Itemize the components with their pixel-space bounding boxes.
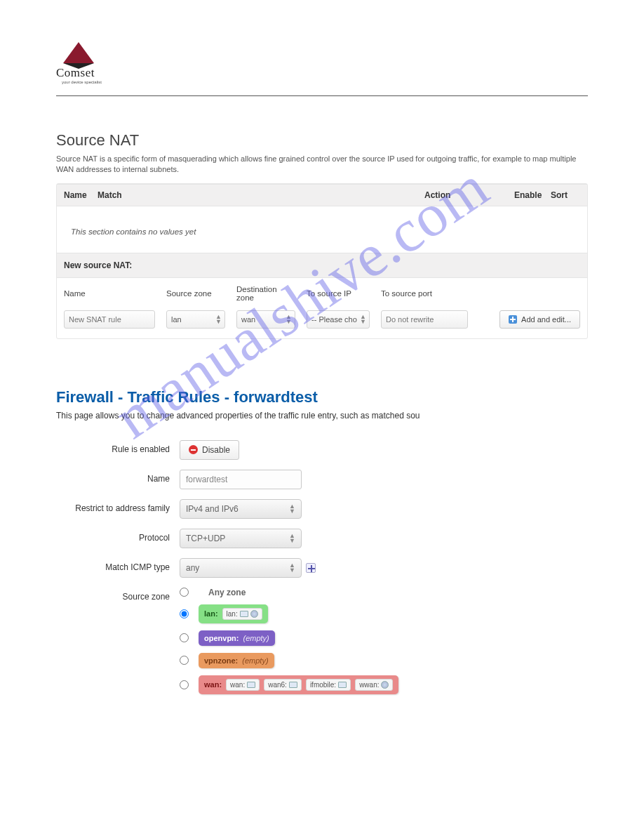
source-zone-list: Any zone lan: lan: — [180, 588, 398, 694]
firewall-rule-desc: This page allows you to change advanced … — [56, 411, 588, 421]
th-match: Match — [98, 190, 424, 200]
protocol-select[interactable]: TCP+UDP ▲▼ — [180, 529, 302, 548]
label-source-zone: Source zone — [166, 289, 225, 298]
new-snat-labels: Name Source zone Destination zone To sou… — [57, 278, 587, 306]
page-container: manualshive.com Comset your device speci… — [0, 0, 644, 834]
address-family-select[interactable]: IPv4 and IPv6 ▲▼ — [180, 499, 302, 519]
label-to-source-port: To source port — [381, 289, 468, 298]
add-icmp-icon[interactable] — [306, 563, 316, 573]
protocol-value: TCP+UDP — [186, 534, 225, 543]
th-name: Name — [64, 190, 98, 200]
zone-wan-label: wan: — [204, 680, 222, 689]
snat-name-input[interactable] — [64, 310, 155, 329]
iface-ifmobile: ifmobile: — [306, 679, 351, 691]
zone-radio-wan[interactable] — [180, 680, 189, 689]
snat-to-port-input[interactable] — [381, 310, 468, 329]
disable-button[interactable]: Disable — [180, 440, 239, 460]
iface-wan6: wan6: — [264, 679, 302, 691]
zone-row-any[interactable]: Any zone — [180, 588, 398, 597]
chevron-updown-icon: ▲▼ — [289, 563, 295, 572]
chevron-updown-icon: ▲▼ — [289, 534, 295, 543]
snat-desc: Source NAT is a specific form of masquer… — [56, 154, 588, 175]
nic-icon — [289, 682, 297, 688]
th-action: Action — [424, 190, 514, 200]
zone-radio-vpnzone[interactable] — [180, 656, 189, 665]
zone-row-lan[interactable]: lan: lan: — [180, 604, 398, 623]
snat-panel: Name Match Action Enable Sort This secti… — [56, 183, 588, 339]
snat-empty-message: This section contains no values yet — [57, 206, 587, 253]
zone-chip-wan: wan: wan: wan6: ifmobile: wwan: — [199, 675, 398, 694]
disable-button-label: Disable — [202, 445, 230, 455]
nic-icon — [240, 611, 248, 617]
icmp-type-value: any — [186, 563, 199, 573]
address-family-value: IPv4 and IPv6 — [186, 504, 239, 514]
zone-chip-vpnzone: vpnzone: (empty) — [199, 653, 274, 668]
icmp-type-select[interactable]: any ▲▼ — [180, 558, 302, 578]
logo-text: Comset — [56, 66, 588, 80]
chevron-updown-icon: ▲▼ — [289, 504, 295, 513]
label-protocol: Protocol — [56, 529, 180, 543]
nic-icon — [247, 682, 255, 688]
stop-icon — [189, 445, 198, 454]
wifi-icon — [250, 610, 258, 618]
firewall-rule-title: Firewall - Traffic Rules - forwardtest — [56, 388, 588, 406]
nic-icon — [338, 682, 347, 688]
label-to-source-ip: To source IP — [307, 289, 370, 298]
snat-source-zone-value: lan — [171, 315, 182, 324]
rule-name-input[interactable] — [180, 470, 302, 489]
zone-chip-lan: lan: lan: — [199, 604, 268, 623]
new-snat-inputs: lan ▲▼ wan ▲▼ -- Please cho ▲▼ — [57, 306, 587, 338]
label-name: Name — [64, 289, 155, 298]
label-source-zone: Source zone — [56, 588, 180, 602]
zone-row-vpnzone[interactable]: vpnzone: (empty) — [180, 653, 398, 668]
label-address-family: Restrict to address family — [56, 499, 180, 513]
chevron-updown-icon: ▲▼ — [215, 315, 222, 324]
add-and-edit-label: Add and edit... — [521, 315, 571, 324]
wifi-icon — [381, 681, 389, 689]
chevron-updown-icon: ▲▼ — [360, 315, 366, 324]
logo-area: Comset your device specialist — [56, 42, 588, 91]
zone-lan-label: lan: — [204, 609, 218, 618]
snat-to-ip-value: -- Please cho — [311, 315, 357, 324]
zone-row-openvpn[interactable]: openvpn: (empty) — [180, 630, 398, 646]
new-snat-heading: New source NAT: — [57, 253, 587, 278]
zone-openvpn-empty: (empty) — [243, 634, 269, 642]
snat-dest-zone-value: wan — [241, 315, 255, 324]
zone-radio-openvpn[interactable] — [180, 633, 189, 642]
header-rule — [56, 95, 588, 96]
snat-table-header: Name Match Action Enable Sort — [57, 184, 587, 206]
snat-to-ip-select[interactable]: -- Please cho ▲▼ — [307, 310, 370, 329]
th-sort: Sort — [551, 190, 580, 200]
plus-icon — [509, 315, 517, 324]
zone-openvpn-label: openvpn: — [204, 634, 239, 642]
snat-dest-zone-select[interactable]: wan ▲▼ — [236, 310, 295, 329]
add-and-edit-button[interactable]: Add and edit... — [499, 310, 580, 329]
th-enable: Enable — [514, 190, 551, 200]
label-rule-name: Name — [56, 470, 180, 484]
logo-tagline: your device specialist — [62, 80, 588, 84]
logo-icon — [63, 42, 94, 63]
iface-wwan: wwan: — [355, 679, 393, 691]
iface-wan: wan: — [226, 679, 260, 691]
label-rule-enabled: Rule is enabled — [56, 440, 180, 454]
iface-lan: lan: — [222, 608, 262, 620]
label-icmp-type: Match ICMP type — [56, 558, 180, 572]
zone-radio-any[interactable] — [180, 588, 189, 597]
zone-radio-lan[interactable] — [180, 609, 189, 618]
snat-source-zone-select[interactable]: lan ▲▼ — [166, 310, 225, 329]
zone-row-wan[interactable]: wan: wan: wan6: ifmobile: wwan: — [180, 675, 398, 694]
chevron-updown-icon: ▲▼ — [286, 315, 292, 324]
snat-title: Source NAT — [56, 131, 588, 150]
zone-chip-openvpn: openvpn: (empty) — [199, 630, 275, 646]
zone-vpnzone-empty: (empty) — [242, 656, 268, 665]
zone-any-label: Any zone — [199, 588, 246, 597]
zone-vpnzone-label: vpnzone: — [204, 656, 238, 665]
label-dest-zone: Destination zone — [236, 285, 295, 302]
